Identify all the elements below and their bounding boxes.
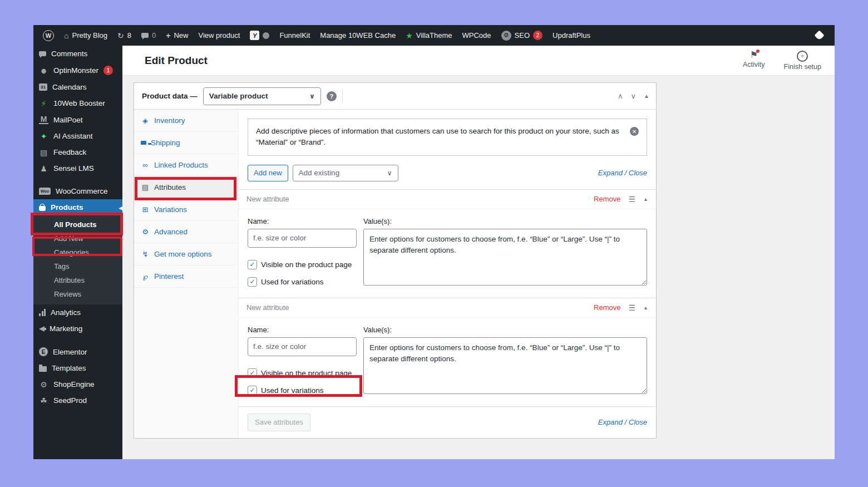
sidebar-item-seedprod[interactable]: ☘SeedProd xyxy=(33,392,122,409)
folder-icon xyxy=(39,366,47,372)
new-content-menu[interactable]: +New xyxy=(161,25,193,46)
attributes-footer: Save attributes Expand / Close xyxy=(239,406,656,438)
submenu-item-attributes[interactable]: Attributes xyxy=(33,273,122,287)
browser-window: W ⌂Pretty Blog ↻8 0 +New View product Y … xyxy=(33,25,835,459)
sidebar-item-sensei-lms[interactable]: ♟Sensei LMS xyxy=(33,160,122,176)
comments-count: 0 xyxy=(152,31,156,40)
attribute-values-textarea[interactable] xyxy=(363,229,647,286)
seo-menu[interactable]: ⚙SEO2 xyxy=(496,25,548,46)
expand-close-links: Expand / Close xyxy=(598,418,647,426)
product-type-select[interactable]: Variable product∨ xyxy=(203,87,321,105)
site-name-link[interactable]: ⌂Pretty Blog xyxy=(59,25,112,46)
info-notice: Add descriptive pieces of information th… xyxy=(248,119,647,156)
attribute-header[interactable]: New attribute Remove ☰ ▲ xyxy=(239,298,656,318)
comments-link[interactable]: 0 xyxy=(136,25,161,46)
updates-link[interactable]: ↻8 xyxy=(112,25,136,46)
collapse-section-icon[interactable]: ▲ xyxy=(643,196,648,202)
sidebar-item-mailpoet[interactable]: MMailPoet xyxy=(33,111,122,128)
variations-checkbox[interactable]: ✓ xyxy=(248,386,257,395)
tab-variations[interactable]: ⊞Variations xyxy=(134,199,238,221)
submenu-item-all-products[interactable]: All Products xyxy=(33,218,122,232)
feedback-icon: ▤ xyxy=(39,149,48,156)
variations-checkbox-row[interactable]: ✓ Used for variations xyxy=(248,277,359,287)
tab-pinterest[interactable]: ℘Pinterest xyxy=(134,265,238,288)
sidebar-item-shopengine[interactable]: ⚙ShopEngine xyxy=(33,376,122,392)
villatheme-menu[interactable]: ★VillaTheme xyxy=(401,25,457,46)
tab-advanced[interactable]: ⚙Advanced xyxy=(134,221,238,243)
activity-button[interactable]: ⚑Activity xyxy=(743,51,765,71)
wordpress-menu[interactable]: W xyxy=(38,25,59,46)
updraftplus-menu[interactable]: UpdraftPlus xyxy=(548,25,595,46)
sidebar-item-10web-booster[interactable]: ⚡10Web Booster xyxy=(33,95,122,111)
sidebar-item-elementor[interactable]: EElementor xyxy=(33,343,122,360)
tab-shipping[interactable]: Shipping xyxy=(134,132,238,154)
submenu-item-reviews[interactable]: Reviews xyxy=(33,287,122,301)
sidebar-label: Products xyxy=(51,203,83,211)
sidebar-label: Sensei LMS xyxy=(53,164,94,173)
move-down-icon[interactable]: ∨ xyxy=(631,92,637,100)
expand-link[interactable]: Expand xyxy=(598,169,623,177)
save-attributes-button[interactable]: Save attributes xyxy=(248,414,310,431)
move-up-icon[interactable]: ∧ xyxy=(618,92,623,100)
dismiss-notice-icon[interactable]: ✕ xyxy=(630,127,639,136)
view-product-link[interactable]: View product xyxy=(193,25,245,46)
sidebar-item-feedback[interactable]: ▤Feedback xyxy=(33,144,122,160)
toggle-panel-icon[interactable]: ▲ xyxy=(644,93,649,99)
visible-checkbox-row[interactable]: ✓ Visible on the product page xyxy=(248,260,359,269)
sidebar-item-woocommerce[interactable]: WooWooCommerce xyxy=(33,183,122,199)
yoast-seo-menu[interactable]: Y xyxy=(245,25,274,46)
product-type-value: Variable product xyxy=(209,92,268,100)
sidebar-item-products[interactable]: Products◀ xyxy=(33,199,122,215)
visible-checkbox[interactable]: ✓ xyxy=(248,368,257,378)
finish-setup-button[interactable]: Finish setup xyxy=(784,51,821,71)
sidebar-label: Analytics xyxy=(51,308,81,317)
sidebar-label: Feedback xyxy=(53,148,86,156)
attribute-values-textarea[interactable] xyxy=(363,337,647,394)
sidebar-item-templates[interactable]: Templates xyxy=(33,360,122,376)
sidebar-item-marketing[interactable]: Marketing xyxy=(33,321,122,337)
visible-checkbox-row[interactable]: ✓ Visible on the product page xyxy=(248,368,359,378)
edit-product-header: Edit Product ⚑Activity Finish setup xyxy=(122,46,835,76)
drag-handle-icon[interactable]: ☰ xyxy=(629,303,636,312)
close-link[interactable]: Close xyxy=(629,418,647,426)
sidebar-item-calendars[interactable]: 31Calendars xyxy=(33,79,122,95)
add-existing-select[interactable]: Add existing∨ xyxy=(293,165,398,181)
finish-setup-label: Finish setup xyxy=(784,63,821,71)
elementor-icon: E xyxy=(39,347,48,356)
tab-label: Attributes xyxy=(154,183,186,191)
page-title: Edit Product xyxy=(145,55,208,67)
attribute-header[interactable]: New attribute Remove ☰ ▲ xyxy=(239,190,656,209)
wpcode-menu[interactable]: WPCode xyxy=(457,25,496,46)
sidebar-separator xyxy=(33,176,122,183)
manage-10web-cache-link[interactable]: Manage 10WEB Cache xyxy=(315,25,401,46)
add-new-button[interactable]: Add new xyxy=(248,165,288,181)
submenu-item-categories[interactable]: Categories xyxy=(33,245,122,259)
sidebar-item-comments[interactable]: Comments xyxy=(33,46,122,62)
sidebar-label: 10Web Booster xyxy=(53,99,105,107)
remove-attribute-link[interactable]: Remove xyxy=(594,195,620,203)
remove-attribute-link[interactable]: Remove xyxy=(594,303,620,312)
expand-link[interactable]: Expand xyxy=(598,418,623,426)
attribute-name-input[interactable] xyxy=(248,229,357,248)
tab-inventory[interactable]: ◈Inventory xyxy=(134,110,238,132)
collapse-section-icon[interactable]: ▲ xyxy=(643,305,648,311)
comments-icon xyxy=(39,51,46,56)
tag-notification-button[interactable] xyxy=(811,25,828,46)
tab-linked-products[interactable]: ∞Linked Products xyxy=(134,154,238,176)
attribute-name-input[interactable] xyxy=(248,337,357,356)
sidebar-item-optinmonster[interactable]: ☻OptinMonster1 xyxy=(33,62,122,79)
tab-attributes[interactable]: ▤Attributes xyxy=(134,176,238,199)
help-icon[interactable]: ? xyxy=(327,91,337,101)
drag-handle-icon[interactable]: ☰ xyxy=(629,195,636,204)
submenu-item-add-new[interactable]: Add New xyxy=(33,232,122,245)
funnelkit-menu[interactable]: FunnelKit xyxy=(274,25,315,46)
submenu-item-tags[interactable]: Tags xyxy=(33,259,122,273)
sidebar-item-analytics[interactable]: Analytics xyxy=(33,304,122,321)
tab-get-more-options[interactable]: ↯Get more options xyxy=(134,243,238,265)
visible-checkbox[interactable]: ✓ xyxy=(248,260,257,269)
variations-checkbox-row[interactable]: ✓ Used for variations xyxy=(248,386,359,395)
variations-checkbox[interactable]: ✓ xyxy=(248,277,257,287)
sidebar-item-ai-assistant[interactable]: ✦AI Assistant xyxy=(33,128,122,144)
sidebar-label: OptinMonster xyxy=(53,66,98,75)
close-link[interactable]: Close xyxy=(629,169,647,177)
